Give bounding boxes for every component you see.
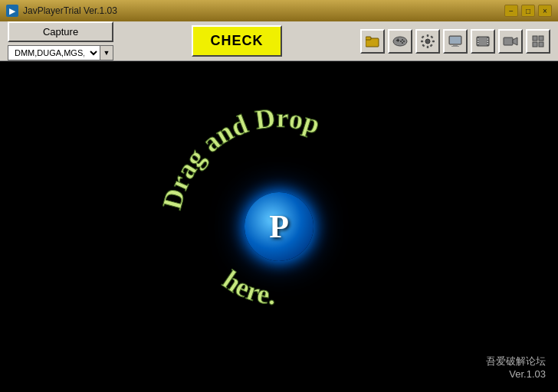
svg-rect-27: [478, 43, 479, 44]
app-icon: ▶: [6, 5, 18, 17]
watermark-line2: Ver.1.03: [486, 368, 546, 380]
logo-letter: P: [269, 208, 289, 245]
monitor-icon[interactable]: [443, 29, 468, 54]
svg-rect-13: [432, 41, 435, 42]
close-button[interactable]: ×: [538, 5, 552, 17]
title-bar: ▶ JavPlayerTrial Ver.1.03 − □ ×: [0, 0, 558, 21]
svg-rect-33: [533, 36, 537, 41]
svg-rect-28: [487, 38, 488, 40]
svg-rect-19: [450, 37, 461, 44]
svg-rect-20: [453, 44, 458, 46]
svg-rect-16: [422, 44, 425, 47]
title-bar-left: ▶ JavPlayerTrial Ver.1.03: [6, 5, 117, 17]
toolbar: Capture DMM,DUGA,MGS,VLC ▼ CHECK: [0, 21, 558, 61]
capture-button[interactable]: Capture: [8, 21, 113, 42]
svg-marker-32: [513, 38, 517, 45]
svg-rect-15: [431, 35, 434, 38]
svg-text:Drag and Drop: Drag and Drop: [156, 104, 323, 213]
maximize-button[interactable]: □: [521, 5, 535, 17]
svg-rect-1: [366, 37, 371, 40]
svg-rect-12: [421, 41, 423, 42]
svg-point-8: [400, 41, 402, 42]
svg-rect-36: [539, 42, 543, 47]
svg-rect-4: [397, 38, 399, 41]
svg-text:here.: here.: [218, 264, 277, 311]
app-title: JavPlayerTrial Ver.1.03: [23, 5, 117, 16]
svg-point-9: [425, 39, 430, 44]
svg-rect-21: [451, 46, 459, 47]
watermark-line1: 吾爱破解论坛: [486, 354, 546, 368]
window-controls: − □ ×: [504, 5, 552, 17]
svg-rect-10: [427, 34, 428, 37]
toolbar-left: Capture DMM,DUGA,MGS,VLC ▼: [8, 21, 113, 60]
gamepad-icon[interactable]: [388, 29, 412, 54]
source-dropdown[interactable]: DMM,DUGA,MGS,VLC: [8, 45, 100, 60]
minimize-button[interactable]: −: [504, 5, 518, 17]
main-drop-area[interactable]: Drag and Drop here. P 吾爱破解论坛 Ver.1.03: [0, 61, 558, 392]
svg-point-5: [402, 39, 403, 41]
drop-zone: Drag and Drop here. P 吾爱破解论坛 Ver.1.03: [0, 61, 558, 392]
svg-rect-29: [487, 41, 488, 42]
svg-rect-14: [422, 35, 425, 38]
svg-rect-25: [478, 38, 479, 40]
watermark: 吾爱破解论坛 Ver.1.03: [486, 354, 546, 380]
grid-icon[interactable]: [526, 29, 550, 54]
source-dropdown-row: DMM,DUGA,MGS,VLC ▼: [8, 45, 113, 60]
svg-rect-11: [427, 46, 428, 48]
toolbar-icons: [360, 29, 550, 54]
dropdown-arrow-icon[interactable]: ▼: [100, 45, 113, 60]
svg-rect-35: [533, 42, 537, 47]
check-button[interactable]: CHECK: [192, 25, 281, 57]
svg-rect-30: [487, 43, 488, 44]
folder-icon[interactable]: [360, 29, 385, 54]
film-icon[interactable]: [471, 29, 495, 54]
settings-icon[interactable]: [415, 29, 440, 54]
svg-point-7: [402, 42, 403, 44]
video-camera-icon[interactable]: [498, 29, 523, 54]
svg-rect-31: [504, 38, 513, 45]
svg-rect-17: [430, 44, 433, 47]
center-logo: P: [245, 192, 313, 261]
svg-rect-26: [478, 41, 479, 42]
svg-point-6: [403, 41, 405, 42]
svg-rect-34: [539, 36, 543, 41]
